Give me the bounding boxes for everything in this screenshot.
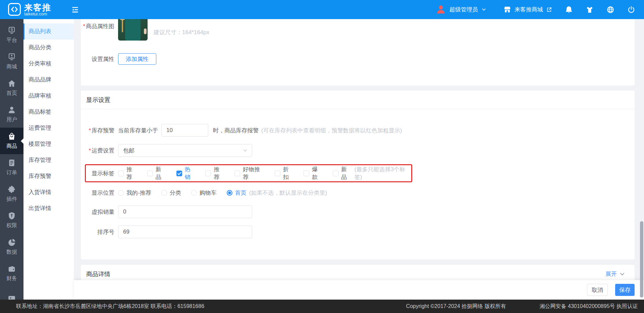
logo-brackets-icon: [8, 3, 21, 16]
sidebar-label: 插件: [6, 196, 17, 203]
sidebar-item-permissions[interactable]: 权限: [0, 207, 23, 234]
sidebar-label: 首页: [6, 90, 17, 97]
plugins-icon: [7, 185, 16, 194]
position-radio-homepage[interactable]: 首页: [227, 189, 247, 197]
mall-icon: [7, 53, 16, 61]
attribute-card: *商品属性图 建议尺寸：164*164px 设置属性 添加属性: [81, 19, 635, 85]
stock-warning-input[interactable]: [161, 124, 208, 137]
mall-button[interactable]: [586, 6, 594, 14]
sidebar-label: 订单: [6, 169, 17, 176]
expand-toggle[interactable]: 展开: [605, 270, 625, 278]
logo-text: 来客推 laiketui.com: [24, 3, 51, 16]
attribute-image-row: *商品属性图 建议尺寸：164*164px: [81, 20, 635, 41]
attribute-image-thumbnail[interactable]: [118, 19, 148, 41]
display-tags-options: 推荐 新品 热销 推荐 好物推荐 折扣 爆款 新品: [118, 166, 352, 181]
tag-checkbox-bestseller[interactable]: 爆款: [304, 166, 323, 181]
thumb-art: [144, 28, 147, 34]
notifications-button[interactable]: [565, 6, 573, 14]
freight-row: *运费设置 包邮: [81, 144, 635, 157]
submenu-item-brand-review[interactable]: 品牌审核: [23, 88, 74, 104]
checkbox-icon: [234, 171, 240, 176]
sidebar-item-home[interactable]: 首页: [0, 75, 23, 101]
user-icon: [7, 106, 16, 114]
display-tags-hint: (最多只能选择3个标签): [355, 166, 411, 181]
display-position-row: 显示位置 我的-推荐 分类 购物车 首页 (如果不选，默认显示在分类里): [81, 189, 635, 197]
image-size-hint: 建议尺寸：164*164px: [154, 28, 209, 36]
cancel-button[interactable]: 取消: [587, 284, 608, 296]
store-icon: [503, 5, 512, 14]
freight-select[interactable]: 包邮: [118, 144, 252, 157]
goods-submenu: 商品列表 商品分类 分类审核 商品品牌 品牌审核 商品标签 运费管理 楼层管理 …: [23, 19, 74, 300]
submenu-item-outbound-detail[interactable]: 出货详情: [23, 200, 74, 216]
footer-record: 湘公网安备 43010402000895号 执照认证: [540, 303, 638, 310]
submenu-item-freight-mgmt[interactable]: 运费管理: [23, 120, 74, 136]
pie-chart-icon: [7, 238, 16, 247]
sort-input[interactable]: [118, 226, 252, 238]
display-tags-highlight-box: 显示标签 推荐 新品 热销 推荐 好物推荐 折扣 爆款 新品 (最多只能选择3个…: [85, 164, 412, 182]
sidebar-item-data[interactable]: 数据: [0, 234, 23, 260]
radio-icon: [191, 190, 197, 196]
submenu-item-inbound-detail[interactable]: 入货详情: [23, 184, 74, 200]
tag-checkbox-recommend-1[interactable]: 推荐: [118, 166, 137, 181]
sidebar-label: 商城: [6, 63, 17, 70]
platform-icon: S: [7, 26, 16, 35]
virtual-sales-input[interactable]: [118, 205, 252, 218]
sidebar-item-mall[interactable]: 商城: [0, 48, 23, 75]
sort-row: 排序号: [81, 226, 635, 238]
stock-warning-label: *库存预警: [81, 127, 114, 134]
sidebar-item-media[interactable]: [0, 287, 23, 300]
position-radio-category[interactable]: 分类: [161, 189, 181, 197]
language-button[interactable]: [606, 6, 614, 14]
tag-checkbox-discount[interactable]: 折扣: [275, 166, 294, 181]
logout-button[interactable]: [627, 6, 635, 14]
svg-text:S: S: [10, 27, 13, 32]
add-attribute-button[interactable]: 添加属性: [118, 53, 156, 65]
page-footer: 联系地址：湖南省长沙市岳麓区绿地中央广场6栋2018室 联系电话：6159816…: [0, 300, 644, 313]
tag-checkbox-good-recommend[interactable]: 好物推荐: [234, 166, 264, 181]
logo-title: 来客推: [24, 3, 51, 12]
submenu-item-goods-category[interactable]: 商品分类: [23, 40, 74, 56]
tag-checkbox-new-2[interactable]: 新品: [333, 166, 352, 181]
freight-label: *运费设置: [81, 147, 114, 154]
checkbox-icon: [275, 171, 280, 176]
sidebar-item-orders[interactable]: 订单: [0, 154, 23, 181]
globe-icon: [606, 6, 614, 14]
tag-checkbox-hot[interactable]: 热销: [176, 166, 196, 181]
submenu-item-stock-warning[interactable]: 库存预警: [23, 168, 74, 184]
checkbox-checked-icon: [176, 171, 182, 176]
submenu-item-category-review[interactable]: 分类审核: [23, 56, 74, 72]
sidebar-label: 商品: [6, 143, 17, 150]
save-button[interactable]: 保存: [615, 284, 635, 296]
submenu-item-goods-tags[interactable]: 商品标签: [23, 104, 74, 120]
submenu-item-goods-list[interactable]: 商品列表: [23, 23, 74, 40]
user-menu[interactable]: 超级管理员: [436, 4, 486, 15]
display-settings-title: 显示设置: [86, 96, 110, 104]
app-logo[interactable]: 来客推 laiketui.com: [8, 3, 51, 16]
sidebar-item-user[interactable]: 用户: [0, 101, 23, 128]
tag-checkbox-new-1[interactable]: 新品: [147, 166, 166, 181]
store-link[interactable]: 来客推商城: [503, 5, 552, 14]
display-position-options: 我的-推荐 分类 购物车 首页: [118, 189, 247, 197]
submenu-item-stock-mgmt[interactable]: 库存管理: [23, 152, 74, 168]
radio-icon: [118, 190, 124, 196]
collapse-menu-icon[interactable]: [71, 5, 79, 14]
display-position-label: 显示位置: [81, 189, 114, 197]
checkbox-icon: [304, 171, 309, 176]
required-mark: *: [89, 127, 91, 134]
sidebar-item-goods[interactable]: 商品: [0, 128, 23, 154]
stock-warning-prefix: 当前库存量小于: [118, 127, 158, 134]
submenu-item-floor-mgmt[interactable]: 楼层管理: [23, 136, 74, 152]
icon-sidebar: S 平台 商城 首页 用户 商品 订单 插件 权限 数据 财务: [0, 19, 23, 300]
bottom-action-bar: 取消 保存: [74, 280, 644, 300]
submenu-item-goods-brand[interactable]: 商品品牌: [23, 72, 74, 88]
sidebar-item-plugins[interactable]: 插件: [0, 181, 23, 207]
position-radio-cart[interactable]: 购物车: [191, 189, 217, 197]
thumb-art: [125, 19, 141, 41]
footer-contact: 联系地址：湖南省长沙市岳麓区绿地中央广场6栋2018室 联系电话：6159816…: [16, 303, 204, 310]
tag-checkbox-recommend-2[interactable]: 推荐: [205, 166, 224, 181]
expand-label: 展开: [605, 270, 617, 278]
sidebar-item-finance[interactable]: 财务: [0, 260, 23, 287]
vertical-scrollbar[interactable]: [640, 221, 643, 298]
sidebar-item-platform[interactable]: S 平台: [0, 22, 23, 48]
position-radio-my-recommend[interactable]: 我的-推荐: [118, 189, 151, 197]
